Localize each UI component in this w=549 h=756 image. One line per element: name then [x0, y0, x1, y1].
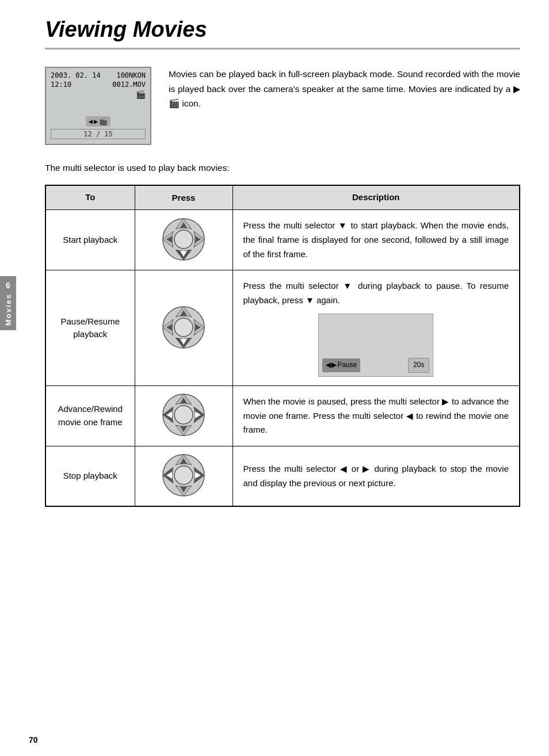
lcd-frame-count: 12 / 15 — [51, 129, 146, 139]
table-row: Advance/Rewindmovie one frame — [45, 385, 520, 446]
camera-lcd: 2003. 02. 14 100NKON 12:10 0012.MOV 🎬 ◀ … — [45, 67, 151, 145]
movie-icon-small: 🎬 — [99, 117, 108, 125]
main-content: Viewing Movies 2003. 02. 14 100NKON 12:1… — [16, 0, 549, 530]
rewind-icon: ◀ — [89, 117, 93, 125]
lcd-playback-controls: ◀ ▶ 🎬 — [86, 116, 110, 127]
svg-point-7 — [174, 318, 193, 337]
row-press — [135, 210, 232, 270]
action-label: Stop playback — [63, 471, 117, 480]
page-title: Viewing Movies — [45, 17, 520, 49]
row-desc: Press the multi selector ◀ or ▶ during p… — [232, 446, 520, 507]
lcd-bottom: ◀ ▶ 🎬 — [51, 116, 146, 127]
lcd-time: 12:10 — [51, 81, 71, 89]
main-table: To Press Description Start playback — [45, 185, 520, 507]
selector-note: The multi selector is used to play back … — [45, 161, 520, 174]
rewind-icon: ◀ — [326, 360, 331, 371]
pause-label: Pause — [337, 360, 357, 371]
action-label: Start playback — [63, 235, 117, 245]
row-press — [135, 446, 232, 507]
row-to: Advance/Rewindmovie one frame — [45, 385, 135, 446]
svg-point-19 — [174, 466, 193, 484]
pause-bar: ◀ ▶ Pause 20s — [319, 358, 433, 373]
lcd-second-row: 12:10 0012.MOV — [51, 81, 146, 89]
table-header-row: To Press Description — [45, 185, 520, 209]
row-press — [135, 270, 232, 386]
lcd-file: 0012.MOV — [112, 81, 146, 89]
pause-screen: ◀ ▶ Pause 20s — [318, 314, 433, 377]
intro-text: Movies can be played back in full-screen… — [169, 67, 520, 145]
sidebar-chapter-tab: 6 Movies — [0, 276, 16, 330]
forward-icon: ▶ — [94, 117, 98, 125]
lcd-date: 2003. 02. 14 — [51, 71, 101, 79]
header-press: Press — [135, 185, 232, 209]
multi-selector-lr-2 — [161, 452, 207, 498]
svg-point-13 — [174, 406, 193, 424]
row-to: Start playback — [45, 210, 135, 270]
table-row: Pause/Resumeplayback — [45, 270, 520, 386]
lcd-middle: 🎬 — [51, 90, 146, 99]
lcd-top-row: 2003. 02. 14 100NKON — [51, 71, 146, 79]
row-press — [135, 385, 232, 446]
pause-controls: ◀ ▶ Pause — [322, 358, 360, 372]
intro-section: 2003. 02. 14 100NKON 12:10 0012.MOV 🎬 ◀ … — [45, 67, 520, 145]
multi-selector-down — [161, 216, 207, 262]
page-number: 70 — [29, 735, 38, 744]
table-row: Start playback — [45, 210, 520, 270]
action-label: Pause/Resumeplayback — [60, 316, 120, 339]
frame-current: 12 — [83, 130, 92, 138]
forward-icon: ▶ — [331, 360, 337, 371]
svg-point-1 — [174, 230, 193, 249]
chapter-number: 6 — [6, 281, 10, 290]
lcd-folder: 100NKON — [116, 71, 146, 79]
action-label: Advance/Rewindmovie one frame — [58, 404, 123, 427]
row-desc: Press the multi selector ▼ during playba… — [232, 270, 520, 386]
row-desc: When the movie is paused, press the mult… — [232, 385, 520, 446]
chapter-label: Movies — [4, 293, 13, 326]
movie-icon: 🎬 — [136, 90, 146, 99]
frame-separator: / — [96, 130, 104, 138]
table-row: Stop playback — [45, 446, 520, 507]
header-description: Description — [232, 185, 520, 209]
frame-total: 15 — [104, 130, 112, 138]
row-to: Pause/Resumeplayback — [45, 270, 135, 386]
row-desc: Press the multi selector ▼ to start play… — [232, 210, 520, 270]
row-to: Stop playback — [45, 446, 135, 507]
header-to: To — [45, 185, 135, 209]
multi-selector-lr — [161, 392, 207, 438]
multi-selector-down-2 — [161, 304, 207, 350]
pause-time: 20s — [408, 358, 429, 373]
